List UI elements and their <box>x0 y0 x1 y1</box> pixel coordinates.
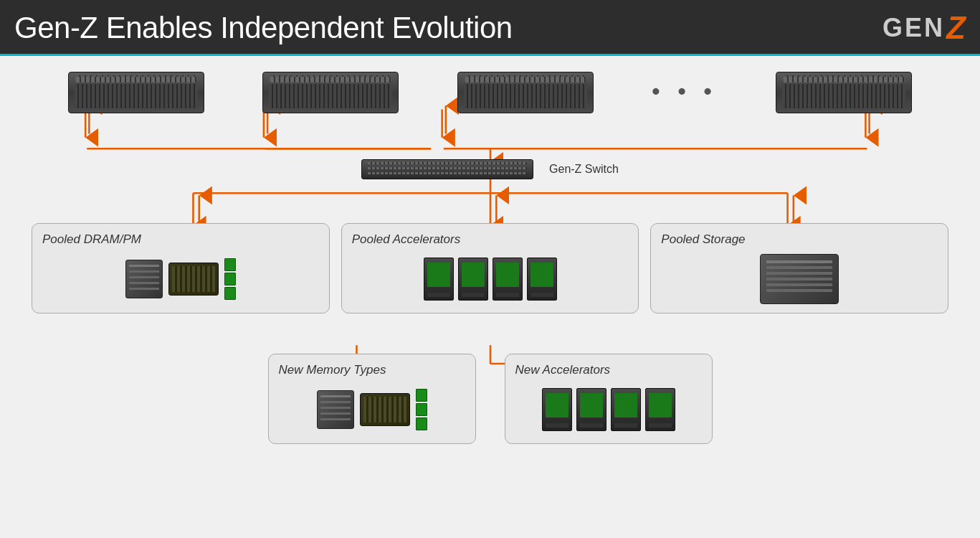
new-memory-content <box>279 384 465 435</box>
server-4 <box>776 72 912 113</box>
pooled-dram-content <box>42 254 319 304</box>
new-mem-module <box>317 390 354 429</box>
content-layers: • • • <box>17 69 963 444</box>
switch-row: Gen-Z Switch <box>17 159 963 179</box>
new-memory-box: New Memory Types <box>268 354 476 444</box>
pooled-storage-title: Pooled Storage <box>661 232 938 247</box>
pooled-storage-box: Pooled Storage <box>650 223 948 313</box>
server-dots: • • • <box>652 72 717 111</box>
server-image-2 <box>262 72 399 113</box>
pooled-dram-box: Pooled DRAM/PM <box>32 223 330 313</box>
new-gpu-3 <box>611 388 641 431</box>
logo-z-letter: Z <box>946 10 966 46</box>
page-container: Gen-Z Enables Independent Evolution GEN … <box>0 0 980 538</box>
gpu-3 <box>493 258 523 301</box>
server-image-4 <box>776 72 912 113</box>
gpu-2 <box>458 258 488 301</box>
gen-z-logo: GEN Z <box>883 10 966 46</box>
new-memory-title: New Memory Types <box>279 363 465 377</box>
new-gpu-4 <box>645 388 675 431</box>
new-mem-pcb <box>360 393 410 426</box>
gpu-1 <box>424 258 454 301</box>
arrow-spacer-2 <box>17 179 963 219</box>
page-title: Gen-Z Enables Independent Evolution <box>14 11 513 45</box>
new-accelerators-title: New Accelerators <box>515 363 702 377</box>
server-image-3 <box>457 72 594 113</box>
server-2 <box>262 72 399 113</box>
dram-module-1 <box>125 260 163 298</box>
storage-unit <box>760 254 839 304</box>
dram-pcb <box>168 263 219 296</box>
gpu-4 <box>527 258 557 301</box>
pooled-dram-title: Pooled DRAM/PM <box>42 232 319 247</box>
switch-device <box>361 159 533 179</box>
server-3 <box>457 72 594 113</box>
arrow-spacer-1 <box>17 113 963 156</box>
logo-text: GEN <box>883 13 945 43</box>
mid-boxes-row: Pooled DRAM/PM <box>17 223 963 313</box>
pooled-accelerators-content <box>352 254 629 304</box>
new-accelerators-box: New Accelerators <box>505 354 713 444</box>
pooled-accelerators-box: Pooled Accelerators <box>341 223 639 313</box>
pooled-storage-content <box>661 254 938 304</box>
lower-boxes-row: New Memory Types <box>17 354 963 444</box>
mem-sticks <box>224 258 236 300</box>
main-content: • • • <box>0 56 980 538</box>
servers-row: • • • <box>17 69 963 113</box>
pooled-accelerators-title: Pooled Accelerators <box>352 232 629 247</box>
server-1 <box>68 72 204 113</box>
switch-label: Gen-Z Switch <box>549 163 619 176</box>
header: Gen-Z Enables Independent Evolution GEN … <box>0 0 980 56</box>
new-accelerators-content <box>515 384 702 435</box>
server-image-1 <box>68 72 204 113</box>
arrow-spacer-3 <box>17 313 963 348</box>
new-mem-sticks <box>416 389 427 430</box>
new-gpu-1 <box>542 388 572 431</box>
new-gpu-2 <box>576 388 606 431</box>
